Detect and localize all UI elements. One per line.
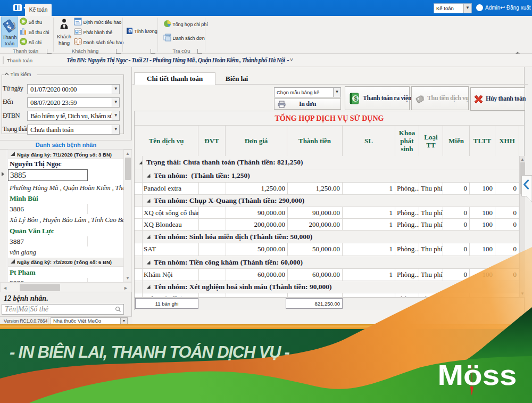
svg-text:Möss: Möss: [437, 359, 517, 391]
svg-text:$: $: [129, 29, 131, 34]
svg-text:- IN BIÊN LAI, THANH TOÁN DỊCH: - IN BIÊN LAI, THANH TOÁN DỊCH VỤ -: [10, 342, 290, 361]
svg-text:$: $: [354, 95, 358, 102]
